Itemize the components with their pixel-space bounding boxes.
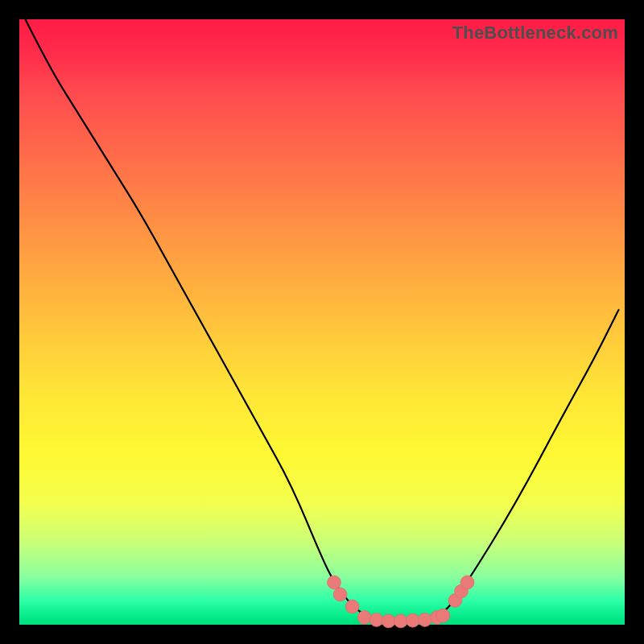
bottleneck-curve xyxy=(26,19,619,621)
highlight-dot xyxy=(333,588,347,601)
chart-frame: TheBottleneck.com xyxy=(0,0,644,644)
highlight-dot xyxy=(382,614,395,628)
highlight-dot xyxy=(369,613,383,627)
highlight-dot xyxy=(406,613,419,627)
highlight-dot xyxy=(436,609,450,622)
highlight-dot xyxy=(460,576,474,589)
highlight-dot xyxy=(394,614,407,628)
plot-area: TheBottleneck.com xyxy=(19,19,625,625)
chart-overlay xyxy=(19,19,625,625)
highlight-dot xyxy=(345,600,359,613)
highlight-dots xyxy=(328,576,475,628)
highlight-dot xyxy=(328,576,341,589)
highlight-dot xyxy=(418,613,431,627)
highlight-dot xyxy=(357,611,371,625)
